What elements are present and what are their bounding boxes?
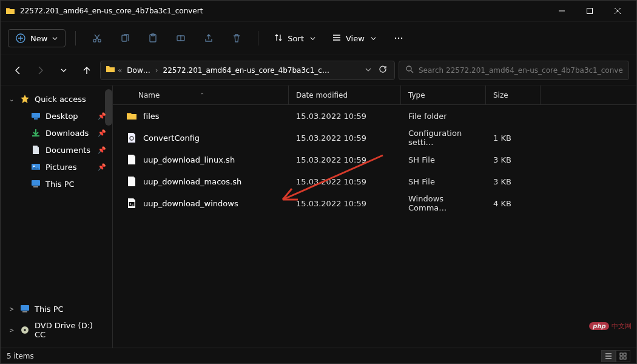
refresh-button[interactable] <box>376 65 389 75</box>
column-size[interactable]: Size <box>486 86 541 104</box>
chevron-down-icon[interactable] <box>363 66 374 75</box>
downloads-icon <box>31 128 41 138</box>
sidebar-item-desktop[interactable]: Desktop📌 <box>1 107 112 124</box>
svg-point-21 <box>24 329 25 331</box>
file-date: 15.03.2022 10:59 <box>289 177 401 186</box>
svg-point-11 <box>406 66 411 71</box>
more-button[interactable] <box>387 27 410 50</box>
file-size: 4 KB <box>486 199 541 208</box>
file-name: files <box>143 112 160 121</box>
file-size: 3 KB <box>486 177 541 186</box>
file-type: Windows Comma… <box>401 194 486 212</box>
dvd-icon <box>20 325 30 335</box>
view-label: View <box>346 34 365 43</box>
star-icon <box>20 94 30 104</box>
copy-button[interactable] <box>113 27 136 50</box>
file-row[interactable]: ConvertConfig15.03.2022 10:59Configurati… <box>113 127 636 149</box>
file-row[interactable]: uup_download_linux.sh15.03.2022 10:59SH … <box>113 149 636 170</box>
thispc-icon <box>31 179 41 189</box>
window-title: 22572.201_amd64_en-us_core_4b7ba3c1_conv… <box>20 7 548 15</box>
file-row[interactable]: uup_download_windows15.03.2022 10:59Wind… <box>113 192 636 214</box>
maximize-button[interactable] <box>576 1 604 22</box>
file-row[interactable]: files15.03.2022 10:59File folder <box>113 105 636 127</box>
close-button[interactable] <box>604 1 632 22</box>
svg-point-10 <box>401 38 402 39</box>
file-list: files15.03.2022 10:59File folderConvertC… <box>113 105 636 348</box>
file-date: 15.03.2022 10:59 <box>289 112 401 121</box>
nav-bar: « Dow… › 22572.201_amd64_en-us_core_4b7b… <box>1 55 636 86</box>
column-headers: Name ⌃ Date modified Type Size <box>113 86 636 105</box>
column-date[interactable]: Date modified <box>289 86 401 104</box>
pictures-icon <box>31 162 41 172</box>
column-name[interactable]: Name ⌃ <box>113 86 289 104</box>
pin-icon: 📌 <box>98 129 106 137</box>
svg-point-9 <box>398 38 399 39</box>
file-date: 15.03.2022 10:59 <box>289 133 401 143</box>
search-icon <box>405 65 414 75</box>
sidebar: ⌄ Quick access Desktop📌Downloads📌Documen… <box>1 86 113 348</box>
sort-icon <box>274 33 283 44</box>
cmd-icon <box>126 198 137 209</box>
status-bar: 5 items <box>1 348 636 363</box>
toolbar-separator <box>258 31 258 46</box>
delete-button[interactable] <box>225 27 248 50</box>
paste-button[interactable] <box>141 27 164 50</box>
chevron-down-icon: ⌄ <box>9 96 15 103</box>
minimize-button[interactable] <box>548 1 576 22</box>
forward-button[interactable] <box>31 61 50 80</box>
up-button[interactable] <box>77 61 96 80</box>
body: ⌄ Quick access Desktop📌Downloads📌Documen… <box>1 86 636 348</box>
breadcrumb-item[interactable]: Dow… <box>124 65 152 76</box>
new-button[interactable]: New <box>8 29 66 47</box>
thispc-icon <box>20 304 30 314</box>
back-button[interactable] <box>8 61 27 80</box>
sidebar-item-this-pc[interactable]: This PC <box>1 175 112 192</box>
config-icon <box>126 132 137 143</box>
recent-button[interactable] <box>54 61 73 80</box>
svg-rect-13 <box>34 118 38 120</box>
svg-rect-16 <box>32 180 40 186</box>
sidebar-item-quick-access[interactable]: ⌄ Quick access <box>1 90 112 107</box>
chevron-down-icon <box>52 34 58 43</box>
pin-icon: 📌 <box>98 112 106 120</box>
chevron-down-icon <box>371 34 376 43</box>
file-name: uup_download_macos.sh <box>143 177 241 186</box>
thumbnails-view-button[interactable] <box>616 350 630 362</box>
sidebar-item-documents[interactable]: Documents📌 <box>1 141 112 158</box>
file-type: SH File <box>401 155 486 164</box>
title-bar: 22572.201_amd64_en-us_core_4b7ba3c1_conv… <box>1 1 636 22</box>
sort-label: Sort <box>288 34 304 43</box>
svg-rect-17 <box>33 186 38 187</box>
svg-rect-0 <box>587 8 593 14</box>
cut-button[interactable] <box>86 27 109 50</box>
documents-icon <box>31 145 41 155</box>
rename-button[interactable] <box>169 27 192 50</box>
file-name: uup_download_windows <box>143 199 238 208</box>
view-button[interactable]: View <box>326 30 382 47</box>
address-bar[interactable]: « Dow… › 22572.201_amd64_en-us_core_4b7b… <box>100 61 395 80</box>
toolbar: New Sort View <box>1 22 636 55</box>
sidebar-item-this-pc[interactable]: >This PC <box>1 300 112 317</box>
details-view-button[interactable] <box>601 350 616 362</box>
window-buttons <box>548 1 632 22</box>
folder-icon <box>5 6 15 16</box>
search-input[interactable] <box>419 66 622 75</box>
sidebar-item-label: This PC <box>35 305 64 314</box>
breadcrumb-item[interactable]: 22572.201_amd64_en-us_core_4b7ba3c1_c… <box>161 65 332 76</box>
svg-rect-18 <box>21 305 29 311</box>
sidebar-item-dvd-drive-d-cc[interactable]: >DVD Drive (D:) CC <box>1 317 112 343</box>
file-row[interactable]: uup_download_macos.sh15.03.2022 10:59SH … <box>113 170 636 192</box>
desktop-icon <box>31 111 41 121</box>
share-button[interactable] <box>197 27 220 50</box>
sort-button[interactable]: Sort <box>268 30 322 47</box>
sidebar-item-pictures[interactable]: Pictures📌 <box>1 158 112 175</box>
sidebar-item-downloads[interactable]: Downloads📌 <box>1 124 112 141</box>
file-date: 15.03.2022 10:59 <box>289 155 401 164</box>
svg-rect-26 <box>620 357 622 359</box>
search-box[interactable] <box>399 61 629 80</box>
file-type: Configuration setti… <box>401 129 486 147</box>
svg-rect-12 <box>32 113 40 118</box>
view-icon <box>332 33 341 44</box>
column-type[interactable]: Type <box>401 86 486 104</box>
svg-rect-4 <box>122 35 127 41</box>
